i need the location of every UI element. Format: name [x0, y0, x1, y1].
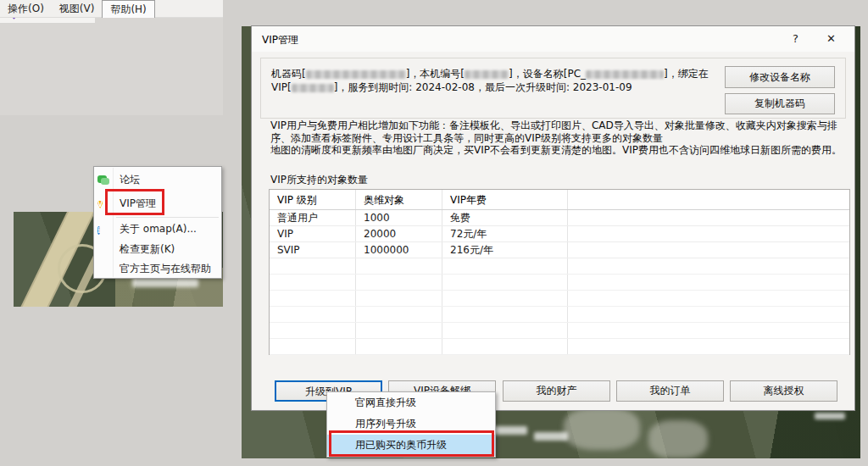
- table-row[interactable]: VIP 20000 72元/年: [270, 226, 849, 242]
- cell-fee: 免费: [442, 210, 568, 225]
- menu-separator: [116, 217, 219, 218]
- dialog-help-button[interactable]: ?: [793, 32, 798, 45]
- menubar: 操作(O) 视图(V) 帮助(H): [0, 0, 223, 18]
- info-icon: i: [97, 226, 100, 235]
- menu-operation[interactable]: 操作(O): [0, 1, 52, 17]
- table-empty-row: [270, 339, 849, 355]
- cell-objects: 1000000: [356, 242, 442, 258]
- map-label-smudge: [132, 278, 198, 287]
- map-label-smudge: [534, 432, 568, 441]
- table-header-row: VIP 级别 奥维对象 VIP年费: [270, 190, 849, 210]
- map-label-smudge: [815, 413, 845, 419]
- village-patch: [648, 420, 708, 458]
- cell-level: VIP: [270, 226, 356, 241]
- redacted-vip-account: [292, 84, 334, 92]
- column-header-fee[interactable]: VIP年费: [442, 190, 568, 209]
- menu-item-about[interactable]: i 关于 omap(A)...: [95, 219, 220, 239]
- village-patch: [564, 408, 640, 450]
- column-header-level[interactable]: VIP 级别: [270, 190, 356, 209]
- table-empty-row: [270, 258, 849, 275]
- table-empty-row: [270, 307, 849, 323]
- table-caption: VIP所支持的对象数量: [270, 173, 368, 187]
- annotation-box-vip-manage: [105, 189, 164, 215]
- dialog-titlebar: VIP管理 ? ✕: [252, 26, 854, 52]
- cell-fee: 72元/年: [442, 226, 568, 241]
- menu-item-official-home[interactable]: 官方主页与在线帮助: [95, 259, 220, 279]
- vip-gem-icon: V: [97, 201, 103, 208]
- machine-info-line1: 机器码[]，本机编号[]，设备名称[PC_]，绑定在: [271, 67, 729, 80]
- vip-description: VIP用户与免费用户相比增加如下功能：备注模板化、导出或打印图片、CAD导入导出…: [270, 119, 852, 157]
- cell-level: SVIP: [270, 242, 356, 258]
- dialog-title: VIP管理: [262, 33, 298, 47]
- menu-view[interactable]: 视图(V): [52, 1, 103, 17]
- cell-objects: 20000: [356, 226, 442, 241]
- offline-authorization-button[interactable]: 离线授权: [730, 380, 837, 402]
- help-dropdown-menu: 论坛 V VIP管理 i 关于 omap(A)... 检查更新(K) 官方主页与…: [93, 166, 222, 279]
- copy-machine-code-button[interactable]: 复制机器码: [725, 93, 835, 114]
- machine-info-groupbox: 机器码[]，本机编号[]，设备名称[PC_]，绑定在 VIP[]，服务到期时间:…: [260, 58, 846, 119]
- table-empty-row: [270, 323, 849, 339]
- machine-info-line2: VIP[]，服务到期时间: 2024-02-08，最后一次升级时间: 2023-…: [271, 80, 729, 94]
- rename-device-button[interactable]: 修改设备名称: [725, 66, 835, 88]
- my-assets-button[interactable]: 我的财产: [503, 380, 610, 402]
- popup-item-official-site-upgrade[interactable]: 官网直接升级: [327, 392, 495, 413]
- machine-info-text: 机器码[]，本机编号[]，设备名称[PC_]，绑定在 VIP[]，服务到期时间:…: [271, 67, 729, 94]
- cell-level: 普通用户: [270, 210, 356, 225]
- close-icon[interactable]: ✕: [826, 32, 836, 45]
- forum-icon: [97, 175, 107, 183]
- description-paragraph-2: 地图的清晰度和更新频率由地图厂商决定，买VIP不会看到更新更清楚的地图。VIP费…: [270, 144, 852, 157]
- cell-objects: 1000: [356, 210, 442, 225]
- redacted-device-number: [465, 70, 509, 79]
- cell-fee: 216元/年: [442, 242, 568, 258]
- annotation-box-coin-upgrade: [329, 430, 494, 457]
- redacted-machine-code: [306, 70, 406, 79]
- vip-levels-table: VIP 级别 奥维对象 VIP年费 普通用户 1000 免费 VIP 20000…: [269, 189, 850, 355]
- menu-item-label: 关于 omap(A)...: [120, 222, 197, 236]
- column-header-objects[interactable]: 奥维对象: [356, 190, 442, 209]
- menu-item-check-update[interactable]: 检查更新(K): [95, 240, 220, 259]
- menu-item-label: 官方主页与在线帮助: [120, 262, 211, 276]
- my-orders-button[interactable]: 我的订单: [616, 380, 724, 402]
- table-empty-row: [270, 291, 849, 307]
- menu-item-label: 检查更新(K): [120, 242, 175, 257]
- table-row[interactable]: SVIP 1000000 216元/年: [270, 242, 849, 258]
- table-row[interactable]: 普通用户 1000 免费: [270, 210, 849, 226]
- menu-item-label: 论坛: [120, 173, 140, 187]
- menu-item-forum[interactable]: 论坛: [95, 170, 220, 190]
- vip-manage-dialog: VIP管理 ? ✕ 机器码[]，本机编号[]，设备名称[PC_]，绑定在 VIP…: [251, 25, 855, 411]
- menu-help[interactable]: 帮助(H): [102, 0, 154, 18]
- description-paragraph-1: VIP用户与免费用户相比增加如下功能：备注模板化、导出或打印图片、CAD导入导出…: [270, 119, 852, 144]
- table-empty-row: [270, 275, 849, 291]
- redacted-device-name: [586, 70, 664, 79]
